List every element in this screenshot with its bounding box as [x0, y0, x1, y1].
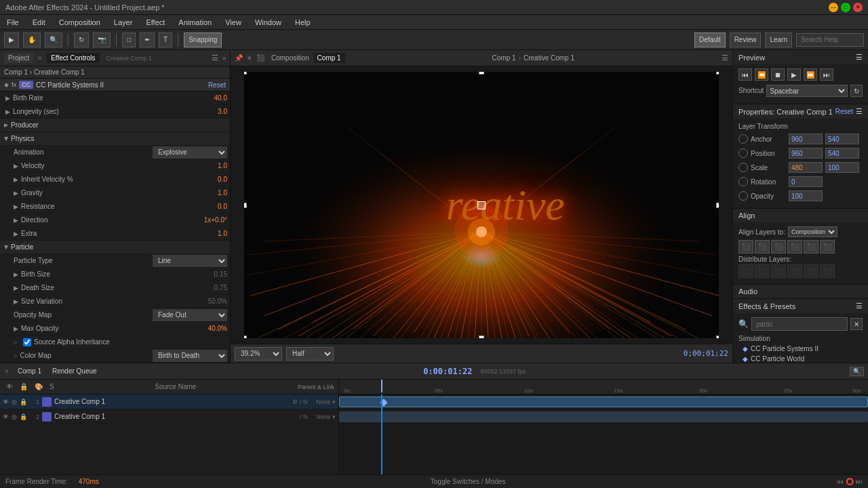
- direction-value[interactable]: 1x+0.0°: [186, 216, 227, 224]
- play-prev-button[interactable]: ⏪: [755, 68, 768, 81]
- tab-effect-controls[interactable]: Effect Controls: [47, 53, 99, 63]
- position-x-input[interactable]: [789, 148, 823, 159]
- source-alpha-checkbox[interactable]: [23, 338, 31, 346]
- opacity-map-dropdown[interactable]: Fade Out Fade In Constant: [153, 309, 227, 321]
- properties-reset[interactable]: Reset: [835, 108, 853, 115]
- comp-close-icon[interactable]: ✕: [247, 55, 252, 62]
- birth-size-expand[interactable]: ▶: [14, 271, 18, 278]
- layer2-visibility[interactable]: 👁: [3, 413, 9, 420]
- menu-animation[interactable]: Animation: [176, 17, 214, 28]
- handle-br[interactable]: [716, 336, 719, 338]
- layer2-parent[interactable]: None ▾: [316, 413, 336, 420]
- scale-y-input[interactable]: [825, 162, 859, 173]
- gravity-expand[interactable]: ▶: [14, 190, 18, 197]
- effects-presets-menu[interactable]: ☰: [856, 302, 863, 310]
- minimize-button[interactable]: —: [829, 3, 838, 12]
- death-size-expand[interactable]: ▶: [14, 285, 18, 291]
- rect-tool[interactable]: □: [122, 33, 136, 47]
- reset-button[interactable]: Reset: [208, 81, 226, 89]
- text-tool[interactable]: T: [159, 33, 172, 47]
- layer1-visibility[interactable]: 👁: [3, 399, 9, 405]
- menu-effect[interactable]: Effect: [143, 17, 167, 28]
- layer1-lock[interactable]: 🔒: [20, 399, 27, 405]
- dist-top-button[interactable]: ⬛: [787, 264, 802, 278]
- menu-window[interactable]: Window: [252, 17, 284, 28]
- dist-center-v-button[interactable]: ⬛: [804, 264, 818, 278]
- preview-menu[interactable]: ☰: [856, 53, 863, 62]
- menu-file[interactable]: File: [4, 17, 22, 28]
- effects-search-input[interactable]: [751, 317, 848, 331]
- menu-edit[interactable]: Edit: [30, 17, 48, 28]
- tl-ctrl-1[interactable]: 👁: [4, 382, 15, 391]
- audio-header[interactable]: Audio: [733, 285, 868, 298]
- panel-expand-icon[interactable]: »: [222, 55, 226, 62]
- shortcut-select[interactable]: Spacebar: [766, 85, 848, 97]
- shortcut-refresh-button[interactable]: ↻: [850, 85, 863, 97]
- resistance-value[interactable]: 0.0: [186, 203, 227, 210]
- opacity-input[interactable]: [789, 190, 823, 201]
- play-first-button[interactable]: ⏮: [738, 68, 752, 81]
- birth-size-value[interactable]: 0.15: [186, 270, 227, 278]
- breadcrumb-comp1[interactable]: Comp 1: [492, 54, 516, 62]
- producer-section[interactable]: ▶ Producer: [0, 119, 230, 132]
- properties-header[interactable]: Properties: Creative Comp 1 Reset ☰: [733, 104, 868, 119]
- dist-center-h-button[interactable]: ⬛: [755, 264, 770, 278]
- tl-ctrl-2[interactable]: 🔒: [18, 382, 30, 391]
- align-center-v-button[interactable]: ⬛: [804, 240, 818, 253]
- panel-menu-icon[interactable]: ☰: [212, 54, 218, 62]
- timeline-layer-1[interactable]: 👁 ◎ 🔒 1 Creative Comp 1 ⚙ / fx None ▾: [0, 394, 338, 409]
- handle-tr[interactable]: [716, 72, 719, 75]
- size-variation-expand[interactable]: ▶: [14, 298, 18, 305]
- effect-item-2[interactable]: ◆ CC Particle World: [738, 354, 863, 363]
- physics-section[interactable]: ▶ Physics: [0, 132, 230, 146]
- extra-value[interactable]: 1.0: [186, 230, 227, 237]
- menu-layer[interactable]: Layer: [111, 17, 136, 28]
- color-map-dropdown[interactable]: Birth to Death Over Life: [153, 350, 227, 362]
- timeline-tab-render[interactable]: Render Queue: [50, 366, 100, 376]
- handle-mr[interactable]: [716, 203, 719, 208]
- preview-header[interactable]: Preview ☰: [733, 50, 868, 64]
- quality-select[interactable]: Half Full Quarter: [286, 347, 334, 361]
- layer1-parent[interactable]: None ▾: [316, 399, 336, 405]
- position-y-input[interactable]: [825, 148, 859, 159]
- birth-rate-expand[interactable]: ▶: [5, 95, 10, 102]
- camera-tool[interactable]: 📷: [93, 33, 111, 47]
- menu-composition[interactable]: Composition: [56, 17, 103, 28]
- layer2-lock[interactable]: 🔒: [20, 413, 27, 420]
- align-left-button[interactable]: ⬛: [738, 240, 753, 253]
- max-opacity-expand[interactable]: ▶: [14, 325, 18, 332]
- properties-menu[interactable]: ☰: [856, 107, 863, 116]
- handle-bm[interactable]: [479, 336, 484, 338]
- play-next-button[interactable]: ⏩: [804, 68, 817, 81]
- anchor-x-input[interactable]: [789, 134, 823, 144]
- review-button[interactable]: Review: [730, 33, 762, 47]
- handle-tl[interactable]: [244, 72, 247, 75]
- death-size-value[interactable]: 0.75: [186, 284, 227, 291]
- resistance-expand[interactable]: ▶: [14, 203, 18, 210]
- rotation-tool[interactable]: ↻: [74, 33, 89, 47]
- extra-expand[interactable]: ▶: [14, 230, 18, 237]
- max-opacity-value[interactable]: 40.0%: [186, 325, 227, 332]
- particle-section[interactable]: ▶ Particle: [0, 241, 230, 254]
- zoom-tool[interactable]: 🔍: [45, 33, 62, 47]
- dist-right-button[interactable]: ⬛: [771, 264, 786, 278]
- align-header[interactable]: Align: [733, 209, 868, 222]
- longevity-expand[interactable]: ▶: [5, 108, 10, 115]
- timeline-close-icon[interactable]: ✕: [4, 368, 9, 375]
- snapping-button[interactable]: Snapping: [184, 33, 222, 47]
- tl-ctrl-3[interactable]: 🎨: [33, 382, 45, 391]
- maximize-button[interactable]: □: [841, 3, 850, 12]
- direction-expand[interactable]: ▶: [14, 217, 18, 224]
- track-bar-1[interactable]: [339, 396, 868, 407]
- pen-tool[interactable]: ✒: [140, 33, 155, 47]
- velocity-expand[interactable]: ▶: [14, 163, 18, 169]
- size-variation-value[interactable]: 50.0%: [186, 298, 227, 305]
- inherit-velocity-expand[interactable]: ▶: [14, 176, 18, 183]
- track-bar-2[interactable]: [339, 411, 868, 422]
- effect-toggle-icon[interactable]: ◆: [4, 81, 9, 88]
- anchor-y-input[interactable]: [825, 134, 859, 144]
- align-center-h-button[interactable]: ⬛: [755, 240, 770, 253]
- zoom-select[interactable]: 39.2% 50% 100%: [235, 347, 282, 361]
- gravity-value[interactable]: 1.0: [186, 189, 227, 197]
- inherit-velocity-value[interactable]: 0.0: [186, 176, 227, 183]
